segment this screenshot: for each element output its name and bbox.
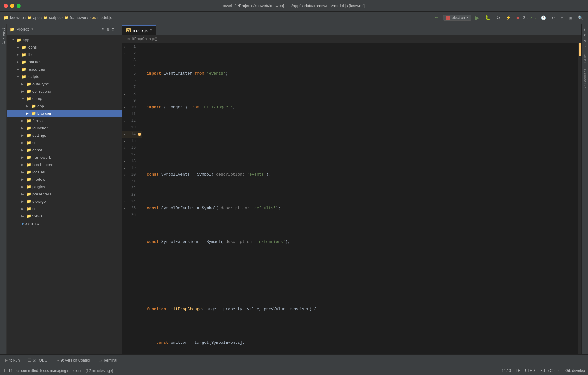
stop-button[interactable]: ■ (515, 14, 521, 21)
git-label: Git: (523, 16, 528, 20)
window-minimize-button[interactable] (10, 4, 14, 8)
tree-item-framework[interactable]: ▶ 📁 framework (7, 154, 122, 161)
tree-item-label: lib (28, 52, 32, 57)
tree-item-manifest[interactable]: ▶ 📁 manifest (7, 58, 122, 65)
folder-icon: 📁 (26, 96, 31, 101)
expand-arrow: ▶ (21, 90, 26, 93)
version-control-toolbar-btn[interactable]: ↔ 9: Version Control (54, 357, 92, 363)
run-toolbar-btn[interactable]: ▶ 4: Run (3, 357, 21, 363)
tree-item-views[interactable]: ▶ 📁 views (7, 212, 122, 220)
status-bar: ⬆ 11 files committed: focus managing ref… (0, 366, 588, 375)
code-line-8: function emitPropChange(target, property… (142, 306, 578, 313)
tree-item-comp-app[interactable]: ▶ 📁 app (7, 102, 122, 110)
status-left: ⬆ 11 files committed: focus managing ref… (3, 369, 113, 373)
breadcrumb-keeweb[interactable]: keeweb (10, 15, 24, 20)
tree-item-label: storage (32, 199, 46, 204)
editor-config-display: EditorConfig (540, 369, 560, 373)
expand-arrow: ▼ (12, 38, 17, 42)
tree-item-hbs-helpers[interactable]: ▶ 📁 hbs-helpers (7, 161, 122, 168)
run-config[interactable]: electron ▼ (443, 15, 471, 21)
tree-item-models[interactable]: ▶ 📁 models (7, 176, 122, 183)
tree-item-autotype[interactable]: ▶ 📁 auto-type (7, 80, 122, 87)
code-line-3 (142, 138, 578, 144)
editor-area: JS model.js ✕ emitPropChange() ▸ 1 ▸ (122, 24, 581, 354)
tree-item-label: locales (32, 170, 45, 174)
code-line-4: const SymbolEvents = Symbol( description… (142, 171, 578, 178)
sidebar-folder-icon: 📁 (10, 27, 15, 32)
sidebar-settings-icon[interactable]: ⚙ (112, 27, 114, 32)
git-history-button[interactable]: 🕐 (539, 14, 548, 21)
tree-item-scripts[interactable]: ▼ 📁 scripts (7, 73, 122, 80)
sidebar-header: 📁 Project ▼ ⊕ ⇅ ⚙ — (7, 24, 122, 35)
folder-icon: 📁 (17, 38, 21, 42)
breadcrumb-app[interactable]: app (33, 15, 40, 20)
tree-item-collections[interactable]: ▶ 📁 collections (7, 87, 122, 95)
folder-icon: 📁 (26, 184, 31, 189)
window-title: keeweb [~/Projects/keeweb/keeweb] – .../… (220, 3, 365, 8)
tree-item-storage[interactable]: ▶ 📁 storage (7, 198, 122, 205)
breadcrumb-modeljs[interactable]: model.js (97, 15, 112, 20)
gutter: ▸ 1 ▸ 2 3 4 (122, 43, 142, 354)
status-right: 14:10 LF UTF-8 EditorConfig Git: develop (502, 369, 585, 373)
sidebar-locate-icon[interactable]: ⊕ (102, 27, 105, 32)
profiler-button[interactable]: ⚡ (504, 14, 513, 21)
run-button[interactable]: ▶ (473, 13, 481, 22)
tree-item-plugins[interactable]: ▶ 📁 plugins (7, 183, 122, 190)
tree-item-label: const (32, 148, 42, 152)
window-maximize-button[interactable] (17, 4, 21, 8)
code-line-1: import EventEmitter from 'events'; (142, 70, 578, 77)
tree-item-comp-browser[interactable]: ▶ 📁 browser (7, 110, 122, 117)
tree-item-label: auto-type (32, 82, 49, 86)
tree-item-eslintrc[interactable]: ▶ ● .eslintrc (7, 220, 122, 227)
todo-toolbar-btn[interactable]: ☰ 6: TODO (26, 357, 49, 363)
layout-button[interactable]: ⊞ (567, 14, 574, 21)
sidebar-title: 📁 Project ▼ (10, 27, 34, 32)
tree-item-launcher[interactable]: ▶ 📁 launcher (7, 124, 122, 132)
tree-item-util[interactable]: ▶ 📁 util (7, 205, 122, 212)
tree-item-settings[interactable]: ▶ 📁 settings (7, 132, 122, 139)
expand-arrow: ▶ (21, 163, 26, 166)
folder-icon: 📁 (26, 133, 31, 138)
search-button[interactable]: 🔍 (576, 14, 585, 21)
debug-button[interactable]: 🐛 (483, 14, 493, 21)
tree-item-app[interactable]: ▼ 📁 app (7, 36, 122, 43)
tree-item-presenters[interactable]: ▶ 📁 presenters (7, 190, 122, 198)
tree-item-comp[interactable]: ▼ 📁 comp (7, 95, 122, 102)
editor-tab-modeljs[interactable]: JS model.js ✕ (122, 25, 156, 35)
code-content[interactable]: import EventEmitter from 'events'; impor… (142, 43, 578, 354)
tree-item-const[interactable]: ▶ 📁 const (7, 146, 122, 154)
folder-icon: 📁 (21, 74, 26, 79)
window-close-button[interactable] (4, 4, 8, 8)
tab-label: model.js (133, 28, 147, 33)
code-line-2: import { Logger } from 'util/logger'; (142, 104, 578, 111)
right-scrollbar[interactable] (578, 43, 581, 354)
tab-project[interactable]: 1: Project (1, 25, 6, 47)
breadcrumb-scripts[interactable]: scripts (49, 15, 61, 20)
tree-item-format[interactable]: ▶ 📁 format (7, 117, 122, 124)
folder-icon: 📁 (31, 111, 36, 116)
expand-arrow: ▶ (21, 170, 26, 174)
git-branches-button[interactable]: ⑃ (559, 14, 565, 21)
folder-icon: 📁 (26, 126, 31, 130)
tab-structure[interactable]: Z: Structure (582, 25, 587, 50)
tab-grunt[interactable]: Grunt (582, 50, 587, 66)
vcs-icon: ⬆ (3, 369, 6, 373)
folder-icon: 📁 (21, 60, 26, 64)
sidebar-dropdown-icon[interactable]: ▼ (31, 28, 34, 31)
tree-item-resources[interactable]: ▶ 📁 resources (7, 65, 122, 73)
run-config-arrow: ▼ (467, 16, 469, 19)
restart-button[interactable]: ↻ (495, 14, 502, 21)
tree-item-lib[interactable]: ▶ 📁 lib (7, 51, 122, 58)
tab-favorites[interactable]: 2: Favorites (582, 66, 587, 91)
expand-arrow: ▶ (21, 134, 26, 137)
terminal-toolbar-btn[interactable]: ▭ Terminal (97, 357, 119, 363)
tree-item-locales[interactable]: ▶ 📁 locales (7, 168, 122, 176)
sidebar-collapse-icon[interactable]: ⇅ (107, 27, 110, 32)
sidebar-close-icon[interactable]: — (117, 27, 119, 32)
breadcrumb-framework[interactable]: framework (70, 15, 88, 20)
tree-item-icons[interactable]: ▶ 📁 icons (7, 43, 122, 51)
back-button[interactable]: ← (432, 13, 441, 22)
git-rollback-button[interactable]: ↩ (550, 14, 557, 21)
tab-close-button[interactable]: ✕ (150, 28, 152, 32)
tree-item-ui[interactable]: ▶ 📁 ui (7, 139, 122, 146)
